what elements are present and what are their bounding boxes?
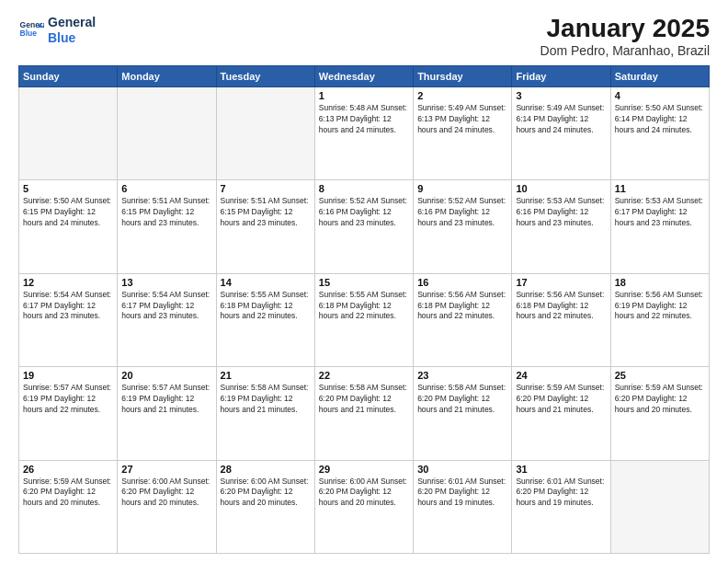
calendar-cell: 26Sunrise: 5:59 AM Sunset: 6:20 PM Dayli…	[19, 460, 118, 553]
day-number: 19	[23, 370, 113, 381]
calendar-cell: 15Sunrise: 5:55 AM Sunset: 6:18 PM Dayli…	[314, 273, 413, 366]
day-info: Sunrise: 5:50 AM Sunset: 6:15 PM Dayligh…	[23, 196, 113, 229]
day-info: Sunrise: 5:59 AM Sunset: 6:20 PM Dayligh…	[23, 477, 113, 510]
day-info: Sunrise: 5:49 AM Sunset: 6:14 PM Dayligh…	[516, 103, 606, 136]
week-row-4: 19Sunrise: 5:57 AM Sunset: 6:19 PM Dayli…	[19, 367, 710, 460]
calendar-cell: 29Sunrise: 6:00 AM Sunset: 6:20 PM Dayli…	[314, 460, 413, 553]
calendar-subtitle: Dom Pedro, Maranhao, Brazil	[540, 43, 710, 58]
day-info: Sunrise: 5:59 AM Sunset: 6:20 PM Dayligh…	[516, 383, 606, 416]
day-number: 20	[121, 370, 211, 381]
day-number: 21	[221, 370, 311, 381]
day-info: Sunrise: 5:57 AM Sunset: 6:19 PM Dayligh…	[121, 383, 211, 416]
day-number: 28	[221, 464, 311, 475]
day-number: 17	[516, 277, 606, 288]
day-info: Sunrise: 5:55 AM Sunset: 6:18 PM Dayligh…	[221, 290, 311, 323]
calendar-cell: 17Sunrise: 5:56 AM Sunset: 6:18 PM Dayli…	[512, 273, 610, 366]
day-number: 14	[221, 277, 311, 288]
calendar-cell: 23Sunrise: 5:58 AM Sunset: 6:20 PM Dayli…	[414, 367, 512, 460]
day-number: 31	[516, 464, 606, 475]
weekday-header-wednesday: Wednesday	[314, 65, 413, 86]
day-info: Sunrise: 5:56 AM Sunset: 6:18 PM Dayligh…	[417, 290, 507, 323]
page: General Blue General Blue January 2025 D…	[0, 0, 728, 563]
day-number: 6	[121, 183, 211, 194]
day-number: 7	[221, 183, 311, 194]
calendar-cell: 18Sunrise: 5:56 AM Sunset: 6:19 PM Dayli…	[610, 273, 709, 366]
day-info: Sunrise: 5:49 AM Sunset: 6:13 PM Dayligh…	[417, 103, 507, 136]
week-row-3: 12Sunrise: 5:54 AM Sunset: 6:17 PM Dayli…	[19, 273, 710, 366]
day-info: Sunrise: 6:00 AM Sunset: 6:20 PM Dayligh…	[319, 477, 409, 510]
calendar-table: SundayMondayTuesdayWednesdayThursdayFrid…	[18, 65, 710, 554]
day-number: 29	[319, 464, 409, 475]
calendar-cell: 14Sunrise: 5:55 AM Sunset: 6:18 PM Dayli…	[216, 273, 314, 366]
calendar-cell: 12Sunrise: 5:54 AM Sunset: 6:17 PM Dayli…	[19, 273, 118, 366]
calendar-cell	[610, 460, 709, 553]
calendar-cell: 21Sunrise: 5:58 AM Sunset: 6:19 PM Dayli…	[216, 367, 314, 460]
calendar-cell: 24Sunrise: 5:59 AM Sunset: 6:20 PM Dayli…	[512, 367, 610, 460]
day-number: 22	[319, 370, 409, 381]
calendar-cell: 7Sunrise: 5:51 AM Sunset: 6:15 PM Daylig…	[216, 180, 314, 273]
day-info: Sunrise: 5:58 AM Sunset: 6:19 PM Dayligh…	[221, 383, 311, 416]
day-number: 25	[615, 370, 705, 381]
day-number: 9	[417, 183, 507, 194]
day-number: 2	[417, 90, 507, 101]
day-number: 8	[319, 183, 409, 194]
day-number: 24	[516, 370, 606, 381]
calendar-cell: 4Sunrise: 5:50 AM Sunset: 6:14 PM Daylig…	[610, 86, 709, 179]
weekday-header-sunday: Sunday	[19, 65, 118, 86]
logo-text-general: General	[48, 15, 96, 30]
day-number: 3	[516, 90, 606, 101]
day-info: Sunrise: 5:54 AM Sunset: 6:17 PM Dayligh…	[121, 290, 211, 323]
weekday-header-monday: Monday	[118, 65, 216, 86]
calendar-cell: 10Sunrise: 5:53 AM Sunset: 6:16 PM Dayli…	[512, 180, 610, 273]
day-number: 16	[417, 277, 507, 288]
day-info: Sunrise: 5:53 AM Sunset: 6:16 PM Dayligh…	[516, 196, 606, 229]
calendar-cell: 5Sunrise: 5:50 AM Sunset: 6:15 PM Daylig…	[19, 180, 118, 273]
day-info: Sunrise: 6:00 AM Sunset: 6:20 PM Dayligh…	[221, 477, 311, 510]
day-info: Sunrise: 5:52 AM Sunset: 6:16 PM Dayligh…	[417, 196, 507, 229]
week-row-5: 26Sunrise: 5:59 AM Sunset: 6:20 PM Dayli…	[19, 460, 710, 553]
day-number: 10	[516, 183, 606, 194]
logo: General Blue General Blue	[18, 15, 96, 46]
weekday-header-row: SundayMondayTuesdayWednesdayThursdayFrid…	[19, 65, 710, 86]
calendar-cell: 16Sunrise: 5:56 AM Sunset: 6:18 PM Dayli…	[414, 273, 512, 366]
day-info: Sunrise: 6:01 AM Sunset: 6:20 PM Dayligh…	[417, 477, 507, 510]
title-block: January 2025 Dom Pedro, Maranhao, Brazil	[540, 15, 710, 58]
day-info: Sunrise: 5:54 AM Sunset: 6:17 PM Dayligh…	[23, 290, 113, 323]
calendar-cell: 25Sunrise: 5:59 AM Sunset: 6:20 PM Dayli…	[610, 367, 709, 460]
calendar-cell: 20Sunrise: 5:57 AM Sunset: 6:19 PM Dayli…	[118, 367, 216, 460]
day-info: Sunrise: 5:55 AM Sunset: 6:18 PM Dayligh…	[319, 290, 409, 323]
weekday-header-friday: Friday	[512, 65, 610, 86]
calendar-cell: 19Sunrise: 5:57 AM Sunset: 6:19 PM Dayli…	[19, 367, 118, 460]
calendar-cell: 31Sunrise: 6:01 AM Sunset: 6:20 PM Dayli…	[512, 460, 610, 553]
calendar-cell: 11Sunrise: 5:53 AM Sunset: 6:17 PM Dayli…	[610, 180, 709, 273]
svg-text:Blue: Blue	[20, 29, 38, 38]
calendar-cell: 6Sunrise: 5:51 AM Sunset: 6:15 PM Daylig…	[118, 180, 216, 273]
calendar-cell: 28Sunrise: 6:00 AM Sunset: 6:20 PM Dayli…	[216, 460, 314, 553]
weekday-header-thursday: Thursday	[414, 65, 512, 86]
day-info: Sunrise: 5:48 AM Sunset: 6:13 PM Dayligh…	[319, 103, 409, 136]
day-info: Sunrise: 5:59 AM Sunset: 6:20 PM Dayligh…	[615, 383, 705, 416]
day-info: Sunrise: 5:56 AM Sunset: 6:19 PM Dayligh…	[615, 290, 705, 323]
day-number: 18	[615, 277, 705, 288]
calendar-cell: 27Sunrise: 6:00 AM Sunset: 6:20 PM Dayli…	[118, 460, 216, 553]
day-info: Sunrise: 5:53 AM Sunset: 6:17 PM Dayligh…	[615, 196, 705, 229]
day-number: 12	[23, 277, 113, 288]
svg-text:General: General	[20, 20, 44, 29]
day-info: Sunrise: 5:50 AM Sunset: 6:14 PM Dayligh…	[615, 103, 705, 136]
day-number: 27	[121, 464, 211, 475]
day-info: Sunrise: 5:51 AM Sunset: 6:15 PM Dayligh…	[121, 196, 211, 229]
day-info: Sunrise: 5:56 AM Sunset: 6:18 PM Dayligh…	[516, 290, 606, 323]
calendar-cell: 9Sunrise: 5:52 AM Sunset: 6:16 PM Daylig…	[414, 180, 512, 273]
day-number: 1	[319, 90, 409, 101]
calendar-cell	[216, 86, 314, 179]
calendar-title: January 2025	[540, 15, 710, 43]
day-number: 15	[319, 277, 409, 288]
day-number: 5	[23, 183, 113, 194]
day-number: 26	[23, 464, 113, 475]
weekday-header-saturday: Saturday	[610, 65, 709, 86]
day-number: 23	[417, 370, 507, 381]
calendar-cell: 22Sunrise: 5:58 AM Sunset: 6:20 PM Dayli…	[314, 367, 413, 460]
week-row-1: 1Sunrise: 5:48 AM Sunset: 6:13 PM Daylig…	[19, 86, 710, 179]
header: General Blue General Blue January 2025 D…	[18, 15, 710, 58]
calendar-cell: 2Sunrise: 5:49 AM Sunset: 6:13 PM Daylig…	[414, 86, 512, 179]
